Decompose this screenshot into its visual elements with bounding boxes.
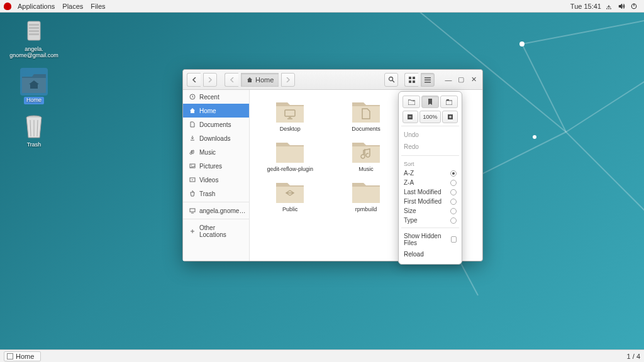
sidebar-item-documents[interactable]: Documents	[183, 118, 249, 131]
bottom-panel: Home 1 / 4	[0, 349, 644, 362]
sort-option-z-a[interactable]: Z-A	[402, 178, 458, 187]
sidebar-item-videos[interactable]: Videos	[183, 173, 249, 187]
svg-rect-29	[425, 82, 431, 83]
new-folder-button[interactable]: +	[402, 96, 420, 108]
videos-icon	[189, 177, 196, 183]
search-button[interactable]	[384, 73, 398, 87]
folder-documents[interactable]: Documents	[330, 97, 403, 133]
workspace-indicator[interactable]: 1 / 4	[627, 353, 640, 360]
sort-option-size[interactable]: Size	[402, 206, 458, 216]
sidebar-item-home[interactable]: Home	[183, 104, 249, 118]
svg-point-21	[389, 77, 392, 81]
zoom-out-button[interactable]	[402, 111, 418, 123]
desktop-icon-server[interactable]: angela. gnome@gmail.com	[11, 18, 57, 59]
reload-item[interactable]: Reload	[402, 248, 458, 260]
sidebar-label: Documents	[199, 121, 231, 128]
folder-label: Documents	[352, 126, 380, 133]
tab-icon	[446, 99, 452, 105]
folder-music[interactable]: Music	[330, 138, 403, 173]
svg-line-4	[566, 132, 644, 220]
path-up-button[interactable]	[225, 73, 238, 87]
sidebar-item-angela-gnome-[interactable]: angela.gnome…⏏	[183, 204, 249, 217]
radio-icon	[450, 170, 457, 177]
plus-box-icon	[448, 114, 453, 119]
sort-option-a-z[interactable]: A-Z	[402, 168, 458, 178]
trash-icon	[189, 190, 196, 197]
folder-public[interactable]: Public	[253, 178, 327, 213]
minimize-button[interactable]: —	[443, 75, 453, 85]
zoom-in-button[interactable]	[442, 111, 458, 123]
sort-option-last-modified[interactable]: Last Modified	[402, 187, 458, 197]
desktop-icons: angela. gnome@gmail.com Home Trash	[11, 18, 57, 148]
svg-rect-27	[425, 77, 431, 79]
desktop-icon-home[interactable]: Home	[11, 68, 57, 104]
titlebar[interactable]: Home — ▢ ✕	[183, 70, 482, 90]
svg-rect-43	[450, 116, 450, 118]
nav-forward-button[interactable]	[203, 73, 217, 87]
sort-option-type[interactable]: Type	[402, 216, 458, 225]
volume-icon	[618, 3, 625, 10]
system-tray[interactable]	[605, 3, 640, 10]
svg-rect-28	[425, 79, 431, 80]
folder-icon	[350, 178, 382, 204]
folder-desktop[interactable]: Desktop	[253, 97, 327, 133]
sort-header: Sort	[402, 158, 458, 168]
icon-view-button[interactable]	[404, 73, 418, 87]
sidebar-item-pictures[interactable]: Pictures	[183, 159, 249, 173]
sort-label: First Modified	[404, 198, 441, 205]
sort-label: Size	[404, 207, 416, 214]
view-menu-button[interactable]	[421, 73, 435, 87]
sidebar-item-downloads[interactable]: Downloads	[183, 131, 249, 145]
network-icon	[605, 3, 613, 10]
path-next-button[interactable]	[281, 73, 295, 87]
places-menu[interactable]: Places	[58, 3, 87, 10]
sort-option-first-modified[interactable]: First Modified	[402, 197, 458, 206]
sidebar-label: Downloads	[199, 135, 230, 142]
power-icon	[630, 3, 638, 10]
radio-icon	[450, 217, 457, 224]
taskbar-item-home[interactable]: Home	[4, 351, 41, 361]
sidebar-label: Music	[199, 149, 216, 156]
undo-item: Undo	[402, 129, 458, 141]
folder-rpmbuild[interactable]: rpmbuild	[330, 178, 403, 213]
computer-icon	[189, 207, 196, 214]
files-menu[interactable]: Files	[87, 3, 109, 10]
radio-icon	[450, 189, 457, 195]
music-icon	[189, 149, 196, 155]
svg-rect-40	[409, 117, 411, 118]
applications-menu[interactable]: Applications	[14, 3, 58, 10]
svg-rect-26	[413, 80, 415, 83]
sidebar-item-music[interactable]: Music	[183, 145, 249, 159]
svg-rect-16	[29, 33, 39, 35]
folder-gedit-reflow-plugin[interactable]: gedit-reflow-plugin	[253, 138, 327, 173]
sidebar-label: Recent	[199, 94, 219, 101]
svg-rect-34	[190, 209, 195, 212]
sidebar-label: angela.gnome…	[199, 207, 245, 214]
maximize-button[interactable]: ▢	[456, 75, 466, 85]
new-tab-button[interactable]	[440, 96, 458, 108]
server-icon	[21, 19, 47, 44]
sidebar-item-other-locations[interactable]: Other Locations	[183, 221, 249, 241]
sidebar-label: Videos	[199, 177, 218, 184]
svg-rect-15	[29, 30, 39, 32]
sidebar: RecentHomeDocumentsDownloadsMusicPicture…	[183, 90, 250, 261]
zoom-level-label: 100%	[423, 114, 437, 120]
sidebar-item-trash[interactable]: Trash	[183, 187, 249, 200]
zoom-level-button[interactable]: 100%	[419, 111, 441, 123]
path-label: Home	[255, 76, 274, 84]
clock[interactable]: Tue 15:41	[567, 3, 605, 10]
svg-rect-25	[409, 80, 411, 83]
radio-icon	[450, 208, 457, 214]
path-segment-home[interactable]: Home	[241, 73, 279, 87]
bookmark-button[interactable]	[421, 96, 439, 108]
close-button[interactable]: ✕	[469, 75, 479, 85]
home-icon	[189, 107, 196, 114]
nav-back-button[interactable]	[187, 73, 201, 87]
desktop-icon-trash[interactable]: Trash	[11, 113, 57, 148]
svg-rect-23	[409, 77, 411, 79]
svg-rect-14	[29, 27, 39, 29]
show-hidden-toggle[interactable]: Show Hidden Files	[402, 231, 458, 248]
checkbox-icon	[451, 236, 457, 243]
sidebar-item-recent[interactable]: Recent	[183, 90, 249, 104]
window-icon	[7, 353, 13, 359]
